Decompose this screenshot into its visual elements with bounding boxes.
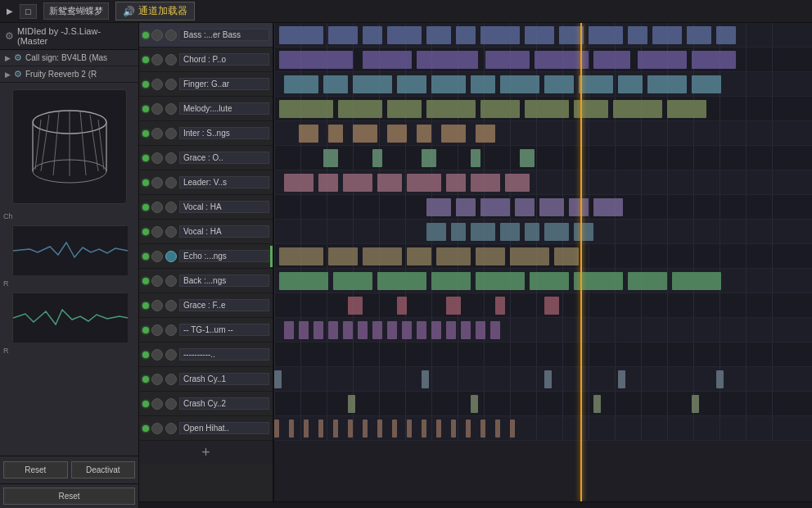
pattern-row-8[interactable] [274,195,812,220]
channel-row-5[interactable]: Inter : S..ngs [139,121,273,146]
ch-btn2-4[interactable] [165,103,177,115]
channel-row-12[interactable]: Grace : F..e [139,293,273,318]
beat-line [327,23,327,47]
pattern-row-16[interactable] [274,392,812,416]
note-clip [500,223,520,241]
ch-btn2-10[interactable] [165,251,177,262]
note-clip [348,395,355,413]
ch-btn2-5[interactable] [165,128,177,139]
pattern-row-1[interactable] [274,23,812,48]
ch-btn1-9[interactable] [151,226,163,238]
channel-row-6[interactable]: Grace : O.. [139,146,273,170]
pattern-row-3[interactable] [274,72,812,97]
ch-btn1-4[interactable] [151,103,163,115]
reset-btn[interactable]: Reset [3,461,68,479]
channel-row-4[interactable]: Melody:...lute [139,97,273,121]
plugin-item-1[interactable]: ▶ ⚙ Call sign: BV4LB (Mas [0,50,138,66]
ch-btn1-5[interactable] [151,128,163,139]
channel-row-1[interactable]: Bass :...er Bass [139,23,273,48]
ch-btn2-13[interactable] [165,324,177,336]
beat-line [641,220,642,243]
pattern-row-13[interactable] [274,318,812,342]
channel-row-2[interactable]: Chord : P..o [139,48,273,72]
beat-line [327,367,327,391]
ch-btn2-11[interactable] [165,275,177,287]
pattern-row-9[interactable] [274,220,812,244]
ch-btn2-16[interactable] [165,398,177,410]
ch-btn1-8[interactable] [151,202,163,213]
ch-btn2-14[interactable] [165,349,177,361]
channel-list[interactable]: Bass :...er BassChord : P..oFinger: G..a… [139,23,274,501]
pattern-row-6[interactable] [274,146,812,170]
ch-btn1-7[interactable] [151,177,163,188]
ch-btn2-8[interactable] [165,202,177,213]
note-clip [426,100,476,118]
ch-btn1-11[interactable] [151,275,163,287]
arrow-btn[interactable]: ▶ [7,7,13,16]
note-clip [422,149,436,167]
channel-row-10[interactable]: Echo :...ngs [139,244,273,269]
ch-btn1-17[interactable] [151,423,163,434]
ch-btn2-7[interactable] [165,177,177,188]
channel-row-17[interactable]: Open Hihat.. [139,416,273,441]
pattern-row-15[interactable] [274,367,812,392]
pattern-row-12[interactable] [274,293,812,318]
note-clip [716,26,736,44]
ch-btn2-15[interactable] [165,374,177,385]
ch-btn1-16[interactable] [151,398,163,410]
reset-btn-2[interactable]: Reset [3,488,135,505]
channel-loader-btn[interactable]: 🔊 通道加载器 [115,2,195,20]
ch-btn1-14[interactable] [151,349,163,361]
ch-btn1-3[interactable] [151,79,163,90]
ch-led-16 [142,401,149,407]
ch-btn1-15[interactable] [151,374,163,385]
beat-line [589,318,589,342]
channel-row-16[interactable]: Crash Cy..2 [139,392,273,416]
ch-btn2-9[interactable] [165,226,177,238]
ch-btn2-6[interactable] [165,152,177,164]
note-clip [422,370,429,388]
channel-row-13[interactable]: -- TG-1..um -- [139,318,273,342]
beat-line [641,293,642,317]
pattern-row-14[interactable] [274,342,812,367]
channel-row-14[interactable]: ----------.. [139,342,273,367]
ch-btn1-10[interactable] [151,251,163,262]
pattern-row-11[interactable] [274,269,812,293]
beat-line [274,97,275,120]
pattern-row-10[interactable] [274,244,812,269]
channel-row-8[interactable]: Vocal : HA [139,195,273,220]
square-btn[interactable]: □ [20,4,37,19]
beat-line [327,318,327,342]
beat-line [641,244,642,268]
ch-led-9 [142,229,149,235]
ch-btn1-13[interactable] [151,324,163,336]
deactivate-btn[interactable]: Deactivat [71,461,136,479]
h-scrollbar[interactable] [139,501,812,508]
ch-btn1-2[interactable] [151,54,163,66]
ch-btn2-1[interactable] [165,29,177,41]
channel-row-9[interactable]: Vocal : HA [139,220,273,244]
channel-row-11[interactable]: Back :...ngs [139,269,273,293]
pattern-row-2[interactable] [274,48,812,72]
beat-line [589,416,589,440]
pattern-row-17[interactable] [274,416,812,441]
beat-line [300,195,301,219]
pattern-row-5[interactable] [274,121,812,146]
ch-btn1-6[interactable] [151,152,163,164]
pattern-row-4[interactable] [274,97,812,121]
ch-btn2-2[interactable] [165,54,177,66]
ch-btn2-12[interactable] [165,300,177,311]
note-clip [333,272,372,290]
add-channel-btn[interactable]: + [139,441,273,464]
channel-row-15[interactable]: Crash Cy..1 [139,367,273,392]
ch-btn2-3[interactable] [165,79,177,90]
ch-btn1-1[interactable] [151,29,163,41]
plugin-item-2[interactable]: ▶ ⚙ Fruity Reeverb 2 (R [0,66,138,83]
ch-btn1-12[interactable] [151,300,163,311]
channel-row-3[interactable]: Finger: G..ar [139,72,273,97]
tab-label-btn[interactable]: 新鸳鸯蝴蝶梦 [43,2,109,20]
pattern-area[interactable] [274,23,812,501]
pattern-row-7[interactable] [274,170,812,195]
ch-btn2-17[interactable] [165,423,177,434]
channel-row-7[interactable]: Leader: V..s [139,170,273,195]
